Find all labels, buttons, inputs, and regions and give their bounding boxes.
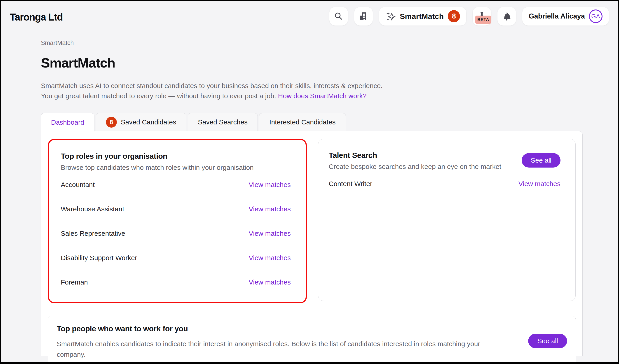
tab-bar: Dashboard 8 Saved Candidates Saved Searc… <box>41 113 618 131</box>
interested-card-header: Top people who want to work for you Smar… <box>57 324 567 360</box>
description-line-1: SmartMatch uses AI to connect standout c… <box>41 82 382 89</box>
top-bar: Taronga Ltd <box>1 1 618 26</box>
view-matches-link[interactable]: View matches <box>249 205 291 213</box>
how-it-works-link[interactable]: How does SmartMatch work? <box>278 92 367 100</box>
interested-title: Top people who want to work for you <box>57 324 486 333</box>
smartmatch-label: SmartMatch <box>400 12 444 21</box>
page-description: SmartMatch uses AI to connect standout c… <box>41 81 429 101</box>
breadcrumb[interactable]: SmartMatch <box>41 40 74 47</box>
talent-search-list: Content Writer View matches <box>329 172 561 196</box>
tab-interested-candidates[interactable]: Interested Candidates <box>259 113 346 131</box>
profile-name: Gabriella Alicaya <box>529 12 585 20</box>
view-matches-link[interactable]: View matches <box>249 181 291 189</box>
talent-search-heading-block: Talent Search Create bespoke searches an… <box>329 151 501 171</box>
role-name: Warehouse Assistant <box>61 205 124 213</box>
profile-button[interactable]: Gabriella Alicaya GA <box>522 7 609 26</box>
role-row-warehouse-assistant: Warehouse Assistant View matches <box>61 197 291 221</box>
role-name: Foreman <box>61 278 88 286</box>
interested-heading-block: Top people who want to work for you Smar… <box>57 324 486 360</box>
sparkle-icon <box>385 11 396 21</box>
view-matches-link[interactable]: View matches <box>249 278 291 286</box>
role-row-accountant: Accountant View matches <box>61 173 291 197</box>
talent-search-header: Talent Search Create bespoke searches an… <box>329 151 561 171</box>
smartmatch-button[interactable]: SmartMatch 8 <box>379 7 466 26</box>
tab-saved-searches[interactable]: Saved Searches <box>188 113 258 131</box>
dashboard-panel: Top roles in your organisation Browse to… <box>41 131 583 356</box>
role-row-disability-support-worker: Disability Support Worker View matches <box>61 246 291 270</box>
search-icon <box>334 11 344 21</box>
top-roles-subtitle: Browse top candidates who match roles wi… <box>61 164 291 171</box>
role-name: Accountant <box>61 181 95 189</box>
labs-beta-button[interactable]: BETA <box>473 7 491 26</box>
building-icon <box>359 11 368 21</box>
company-logo[interactable]: Taronga Ltd <box>10 7 63 23</box>
search-name: Content Writer <box>329 180 372 188</box>
tab-label: Saved Candidates <box>121 118 176 126</box>
talent-search-see-all-button[interactable]: See all <box>522 153 561 168</box>
tab-label: Interested Candidates <box>269 118 336 126</box>
talent-search-card: Talent Search Create bespoke searches an… <box>318 139 576 301</box>
role-name: Sales Representative <box>61 230 125 237</box>
avatar: GA <box>589 10 603 23</box>
saved-candidates-count-badge: 8 <box>106 117 117 128</box>
role-name: Disability Support Worker <box>61 254 137 262</box>
app-window: Taronga Ltd <box>0 0 619 364</box>
search-row-content-writer: Content Writer View matches <box>329 172 561 196</box>
page-title: SmartMatch <box>41 55 618 71</box>
view-matches-link[interactable]: View matches <box>249 230 291 237</box>
top-roles-card: Top roles in your organisation Browse to… <box>48 139 307 303</box>
tab-saved-candidates[interactable]: 8 Saved Candidates <box>96 113 186 131</box>
talent-search-title: Talent Search <box>329 151 501 160</box>
smartmatch-count-badge: 8 <box>448 10 460 22</box>
notifications-button[interactable] <box>497 7 516 26</box>
description-line-2: You get great talent matched to every ro… <box>41 92 278 100</box>
talent-search-subtitle: Create bespoke searches and keep an eye … <box>329 163 501 171</box>
tab-label: Dashboard <box>51 119 84 126</box>
page-content: SmartMatch SmartMatch SmartMatch uses AI… <box>1 40 618 356</box>
cards-row: Top roles in your organisation Browse to… <box>48 139 576 303</box>
tab-dashboard[interactable]: Dashboard <box>41 113 94 131</box>
view-matches-link[interactable]: View matches <box>249 254 291 262</box>
interested-candidates-card: Top people who want to work for you Smar… <box>48 316 576 364</box>
search-button[interactable] <box>329 7 348 26</box>
interested-see-all-button[interactable]: See all <box>528 334 567 348</box>
role-row-sales-representative: Sales Representative View matches <box>61 221 291 246</box>
tab-label: Saved Searches <box>198 118 248 126</box>
interested-description: SmartMatch enables candidates to indicat… <box>57 338 486 360</box>
top-roles-list: Accountant View matches Warehouse Assist… <box>61 173 291 295</box>
bell-icon <box>502 11 512 21</box>
beta-badge: BETA <box>475 15 491 24</box>
role-row-foreman: Foreman View matches <box>61 270 291 295</box>
view-matches-link[interactable]: View matches <box>519 180 561 188</box>
top-roles-title: Top roles in your organisation <box>61 152 291 161</box>
company-accounts-button[interactable] <box>354 7 373 26</box>
header-actions: SmartMatch 8 BETA <box>329 7 609 26</box>
